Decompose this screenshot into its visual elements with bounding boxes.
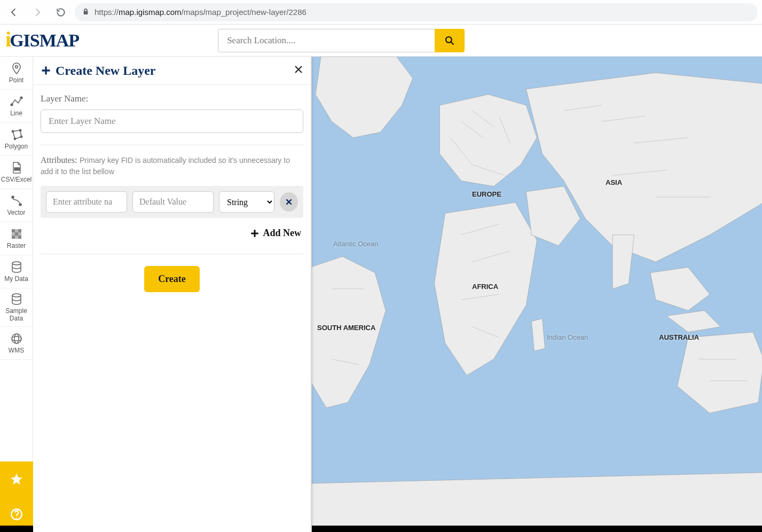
attribute-type-select[interactable]: String bbox=[219, 191, 274, 213]
database-icon bbox=[10, 261, 23, 273]
svg-point-26 bbox=[16, 517, 17, 518]
svg-point-1 bbox=[15, 66, 18, 68]
raster-icon bbox=[10, 228, 23, 240]
layer-name-input[interactable] bbox=[41, 109, 303, 133]
star-icon bbox=[10, 472, 23, 486]
map-label-atlantic: Atlantic Ocean bbox=[333, 240, 379, 248]
svg-point-2 bbox=[11, 104, 13, 106]
tool-wms[interactable]: WMS bbox=[0, 327, 33, 360]
svg-point-7 bbox=[14, 138, 15, 139]
nav-reload-button[interactable] bbox=[51, 3, 70, 22]
map-label-asia: ASIA bbox=[606, 178, 622, 186]
tool-label: SampleData bbox=[5, 308, 27, 322]
svg-point-9 bbox=[12, 196, 14, 198]
svg-rect-12 bbox=[15, 229, 18, 232]
globe-icon bbox=[10, 332, 23, 345]
map-label-africa: AFRICA bbox=[472, 283, 498, 291]
svg-point-10 bbox=[19, 204, 21, 206]
svg-point-24 bbox=[14, 334, 19, 343]
map-canvas[interactable]: EUROPE ASIA AFRICA SOUTH AMERICA AUSTRAL… bbox=[312, 57, 762, 532]
svg-point-3 bbox=[20, 97, 22, 99]
left-toolbar: Point Line Polygon CSV/Excel Vector Rast… bbox=[0, 57, 33, 532]
svg-rect-14 bbox=[12, 232, 15, 236]
create-button[interactable]: Create bbox=[144, 266, 200, 292]
plus-icon bbox=[41, 65, 51, 76]
svg-point-23 bbox=[12, 337, 21, 341]
attribute-row: String bbox=[41, 186, 303, 218]
url-bar[interactable]: https://map.igismap.com/maps/map_project… bbox=[75, 3, 758, 21]
tool-label: Vector bbox=[7, 209, 25, 216]
panel-title: Create New Layer bbox=[41, 64, 155, 78]
search-wrap bbox=[218, 29, 465, 52]
browser-chrome: https://map.igismap.com/maps/map_project… bbox=[0, 0, 762, 25]
attribute-name-input[interactable] bbox=[46, 191, 127, 213]
svg-point-4 bbox=[12, 130, 13, 132]
tool-polygon[interactable]: Polygon bbox=[0, 123, 33, 156]
svg-point-21 bbox=[12, 294, 21, 297]
svg-point-22 bbox=[12, 334, 21, 343]
favorites-button[interactable] bbox=[0, 461, 33, 497]
csv-icon bbox=[10, 161, 23, 174]
layer-name-label: Layer Name: bbox=[41, 93, 303, 104]
close-icon bbox=[285, 198, 293, 206]
map-label-australia: AUSTRALIA bbox=[659, 333, 699, 341]
search-input[interactable] bbox=[218, 29, 435, 52]
svg-rect-17 bbox=[12, 236, 15, 239]
tool-label: Point bbox=[9, 77, 23, 84]
nav-forward-button[interactable] bbox=[28, 3, 47, 22]
attributes-label: Attributes: bbox=[41, 155, 77, 165]
close-button[interactable] bbox=[294, 64, 303, 77]
tool-label: Line bbox=[10, 110, 22, 117]
tool-csv-excel[interactable]: CSV/Excel bbox=[0, 156, 33, 189]
plus-icon bbox=[250, 229, 260, 238]
attributes-hint: Primary key FID is automatically include… bbox=[41, 156, 290, 176]
svg-point-6 bbox=[20, 136, 22, 137]
line-icon bbox=[10, 95, 23, 108]
database-icon bbox=[10, 293, 23, 306]
url-text: https://map.igismap.com/maps/map_project… bbox=[95, 7, 307, 17]
tool-my-data[interactable]: My Data bbox=[0, 255, 33, 288]
search-icon bbox=[444, 35, 455, 46]
point-icon bbox=[10, 62, 23, 75]
lock-icon bbox=[82, 8, 89, 17]
tool-vector[interactable]: Vector bbox=[0, 189, 33, 222]
help-icon bbox=[10, 507, 23, 521]
search-button[interactable] bbox=[435, 29, 465, 52]
tool-label: WMS bbox=[9, 347, 24, 354]
tool-label: CSV/Excel bbox=[1, 176, 32, 183]
tool-label: My Data bbox=[4, 276, 28, 283]
svg-point-0 bbox=[446, 36, 452, 42]
svg-rect-18 bbox=[15, 236, 18, 239]
svg-rect-13 bbox=[18, 229, 21, 232]
vector-icon bbox=[10, 194, 23, 207]
svg-rect-11 bbox=[12, 229, 15, 232]
logo-i-icon: i bbox=[5, 27, 11, 52]
svg-point-20 bbox=[12, 262, 21, 265]
tool-sample-data[interactable]: SampleData bbox=[0, 288, 33, 327]
map-label-europe: EUROPE bbox=[472, 190, 501, 198]
svg-rect-16 bbox=[18, 232, 21, 236]
attribute-default-input[interactable] bbox=[132, 191, 214, 213]
tool-label: Polygon bbox=[5, 143, 28, 150]
app-logo[interactable]: iGISMAP bbox=[5, 28, 79, 53]
create-layer-panel: Create New Layer Layer Name: Attributes:… bbox=[33, 57, 312, 532]
tool-point[interactable]: Point bbox=[0, 57, 33, 90]
polygon-icon bbox=[10, 128, 23, 141]
svg-rect-8 bbox=[14, 168, 20, 170]
svg-point-5 bbox=[19, 129, 21, 131]
app-header: iGISMAP bbox=[0, 25, 762, 57]
svg-rect-15 bbox=[15, 232, 18, 236]
svg-rect-19 bbox=[18, 236, 21, 239]
remove-attribute-button[interactable] bbox=[280, 192, 298, 212]
add-new-button[interactable]: Add New bbox=[250, 228, 301, 239]
tool-label: Raster bbox=[7, 242, 26, 249]
nav-back-button[interactable] bbox=[4, 3, 23, 22]
map-label-south-america: SOUTH AMERICA bbox=[317, 324, 375, 332]
close-icon bbox=[294, 65, 303, 74]
tool-raster[interactable]: Raster bbox=[0, 222, 33, 255]
tool-line[interactable]: Line bbox=[0, 90, 33, 123]
map-label-indian: Indian Ocean bbox=[547, 333, 588, 341]
